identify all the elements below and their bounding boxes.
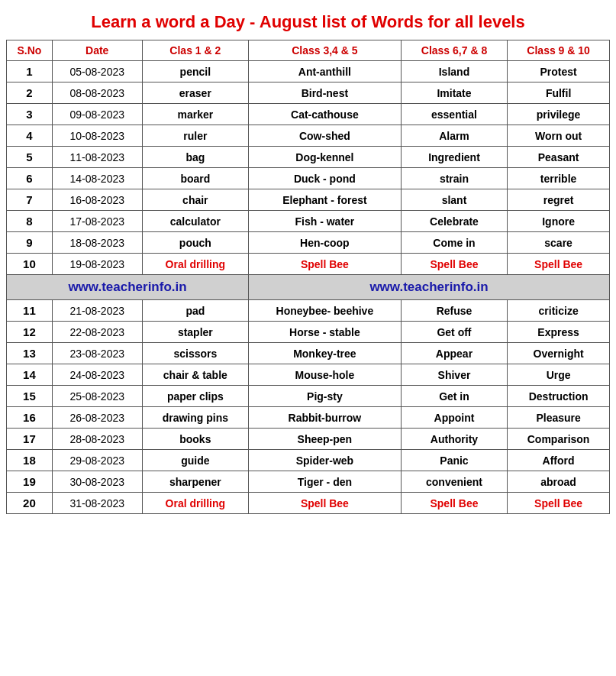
cell-class678: Ingredient <box>401 147 507 168</box>
cell-class678: Appoint <box>401 407 507 429</box>
cell-sno: 18 <box>7 450 53 471</box>
cell-class345: Cow-shed <box>249 125 402 147</box>
cell-date: 31-08-2023 <box>52 493 142 514</box>
cell-class12: marker <box>142 104 248 125</box>
cell-class345: Monkey-tree <box>249 343 402 364</box>
cell-class345: Spell Bee <box>249 493 402 514</box>
cell-sno: 15 <box>7 386 53 407</box>
cell-class12: paper clips <box>142 386 248 407</box>
cell-class12: sharpener <box>142 471 248 493</box>
cell-class910: terrible <box>508 168 610 189</box>
table-row: 1222-08-2023staplerHorse - stableGet off… <box>7 322 610 343</box>
cell-sno: 12 <box>7 322 53 343</box>
watermark-row: www.teacherinfo.inwww.teacherinfo.in <box>7 275 610 300</box>
watermark-right: www.teacherinfo.in <box>249 275 610 300</box>
cell-sno: 11 <box>7 300 53 322</box>
col-header-class678: Class 6,7 & 8 <box>401 40 507 61</box>
cell-date: 29-08-2023 <box>52 450 142 471</box>
cell-class678: Celebrate <box>401 211 507 232</box>
cell-class12: Oral drilling <box>142 254 248 275</box>
cell-sno: 1 <box>7 61 53 82</box>
cell-class910: Comparison <box>508 429 610 450</box>
table-row: 208-08-2023eraserBird-nestImitateFulfil <box>7 82 610 104</box>
cell-class678: Spell Bee <box>401 493 507 514</box>
cell-class12: chair <box>142 189 248 211</box>
cell-class678: Appear <box>401 343 507 364</box>
table-row: 1019-08-2023Oral drillingSpell BeeSpell … <box>7 254 610 275</box>
table-row: 309-08-2023markerCat-cathouseessentialpr… <box>7 104 610 125</box>
cell-class678: Spell Bee <box>401 254 507 275</box>
cell-class345: Cat-cathouse <box>249 104 402 125</box>
cell-sno: 5 <box>7 147 53 168</box>
cell-class678: Panic <box>401 450 507 471</box>
cell-class678: Imitate <box>401 82 507 104</box>
cell-class12: drawing pins <box>142 407 248 429</box>
cell-class910: Spell Bee <box>508 493 610 514</box>
cell-date: 16-08-2023 <box>52 189 142 211</box>
cell-sno: 16 <box>7 407 53 429</box>
cell-class12: pencil <box>142 61 248 82</box>
cell-date: 08-08-2023 <box>52 82 142 104</box>
cell-class678: Shiver <box>401 364 507 386</box>
cell-class678: strain <box>401 168 507 189</box>
cell-class12: ruler <box>142 125 248 147</box>
cell-date: 22-08-2023 <box>52 322 142 343</box>
cell-class12: stapler <box>142 322 248 343</box>
cell-class345: Dog-kennel <box>249 147 402 168</box>
cell-class678: Come in <box>401 232 507 254</box>
cell-date: 21-08-2023 <box>52 300 142 322</box>
table-row: 1626-08-2023drawing pinsRabbit-burrowApp… <box>7 407 610 429</box>
table-row: 1728-08-2023booksSheep-penAuthorityCompa… <box>7 429 610 450</box>
cell-class345: Hen-coop <box>249 232 402 254</box>
cell-class12: calculator <box>142 211 248 232</box>
cell-class678: Alarm <box>401 125 507 147</box>
cell-class910: Worn out <box>508 125 610 147</box>
table-row: 511-08-2023bagDog-kennelIngredientPeasan… <box>7 147 610 168</box>
cell-class12: board <box>142 168 248 189</box>
cell-sno: 6 <box>7 168 53 189</box>
table-row: 105-08-2023pencilAnt-anthillIslandProtes… <box>7 61 610 82</box>
cell-class678: Authority <box>401 429 507 450</box>
cell-class345: Rabbit-burrow <box>249 407 402 429</box>
cell-class12: bag <box>142 147 248 168</box>
cell-class345: Honeybee- beehive <box>249 300 402 322</box>
cell-sno: 17 <box>7 429 53 450</box>
cell-class910: privilege <box>508 104 610 125</box>
cell-date: 18-08-2023 <box>52 232 142 254</box>
cell-class910: Fulfil <box>508 82 610 104</box>
cell-sno: 4 <box>7 125 53 147</box>
cell-date: 17-08-2023 <box>52 211 142 232</box>
cell-class910: Afford <box>508 450 610 471</box>
cell-sno: 20 <box>7 493 53 514</box>
col-header-class12: Clas 1 & 2 <box>142 40 248 61</box>
cell-class12: books <box>142 429 248 450</box>
cell-class910: Express <box>508 322 610 343</box>
cell-sno: 8 <box>7 211 53 232</box>
table-row: 716-08-2023chairElephant - forestslantre… <box>7 189 610 211</box>
cell-class345: Ant-anthill <box>249 61 402 82</box>
cell-class910: Ignore <box>508 211 610 232</box>
cell-class345: Horse - stable <box>249 322 402 343</box>
table-row: 1930-08-2023sharpenerTiger - denconvenie… <box>7 471 610 493</box>
page-title: Learn a word a Day - August list of Word… <box>6 6 610 40</box>
table-row: 817-08-2023calculatorFish - waterCelebra… <box>7 211 610 232</box>
cell-class910: Spell Bee <box>508 254 610 275</box>
cell-class345: Spider-web <box>249 450 402 471</box>
cell-class910: scare <box>508 232 610 254</box>
cell-class678: Refuse <box>401 300 507 322</box>
cell-class345: Fish - water <box>249 211 402 232</box>
table-row: 614-08-2023boardDuck - pondstrainterribl… <box>7 168 610 189</box>
cell-class12: guide <box>142 450 248 471</box>
cell-class678: Get off <box>401 322 507 343</box>
cell-class910: Peasant <box>508 147 610 168</box>
cell-class678: slant <box>401 189 507 211</box>
cell-class910: criticize <box>508 300 610 322</box>
cell-date: 10-08-2023 <box>52 125 142 147</box>
words-table: S.No Date Clas 1 & 2 Class 3,4 & 5 Class… <box>6 40 610 514</box>
cell-sno: 7 <box>7 189 53 211</box>
cell-class910: Destruction <box>508 386 610 407</box>
cell-sno: 3 <box>7 104 53 125</box>
table-row: 918-08-2023pouchHen-coopCome inscare <box>7 232 610 254</box>
cell-class678: Get in <box>401 386 507 407</box>
table-row: 410-08-2023rulerCow-shedAlarmWorn out <box>7 125 610 147</box>
